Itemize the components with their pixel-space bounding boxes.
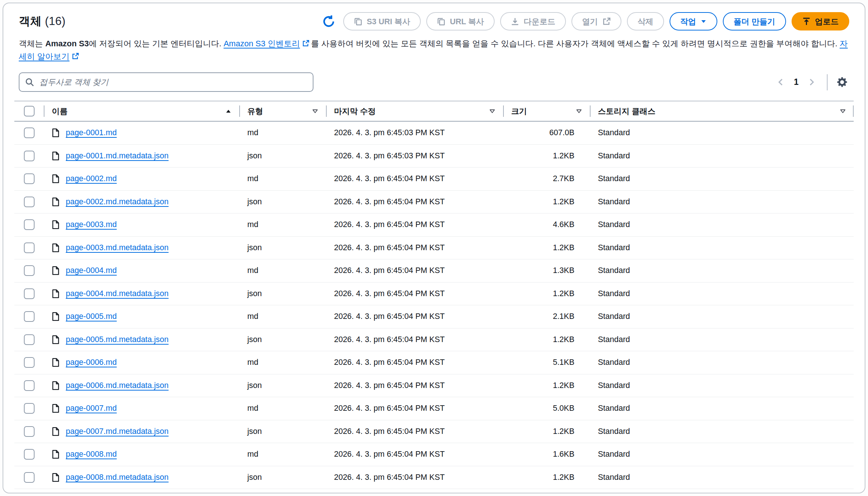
row-checkbox[interactable] [24, 403, 35, 414]
row-checkbox[interactable] [24, 219, 35, 230]
name-cell: page-0004.md [44, 265, 239, 276]
row-checkbox[interactable] [24, 426, 35, 437]
storage-class-cell: Standard [590, 289, 854, 298]
object-name-link[interactable]: page-0008.md [66, 450, 117, 459]
sort-icon[interactable] [312, 108, 319, 115]
preferences-button[interactable] [835, 75, 849, 89]
object-name-link[interactable]: page-0007.md.metadata.json [66, 427, 169, 436]
table-row: page-0007.mdmd2026. 4. 3. pm 6:45:04 PM … [14, 397, 854, 420]
download-icon [511, 17, 519, 26]
file-icon [51, 403, 60, 414]
object-name-link[interactable]: page-0001.md [66, 128, 117, 137]
object-name-link[interactable]: page-0003.md [66, 220, 117, 229]
sort-icon[interactable] [839, 108, 846, 115]
object-name-link[interactable]: page-0008.md.metadata.json [66, 473, 169, 482]
current-page-number[interactable]: 1 [787, 77, 805, 87]
search-input[interactable] [19, 72, 313, 92]
sort-icon[interactable] [489, 108, 496, 115]
column-header-storage[interactable]: 스토리지 클래스 [590, 101, 854, 121]
copy-s3-uri-button[interactable]: S3 URI 복사 [343, 12, 421, 30]
type-cell: json [239, 335, 326, 344]
object-name-link[interactable]: page-0001.md.metadata.json [66, 151, 169, 161]
table-row: page-0003.md.metadata.jsonjson2026. 4. 3… [14, 237, 854, 260]
row-checkbox[interactable] [24, 197, 35, 207]
row-checkbox[interactable] [24, 288, 35, 299]
row-checkbox-cell [14, 426, 44, 437]
s3-inventory-link[interactable]: Amazon S3 인벤토리 [223, 39, 300, 48]
actions-button[interactable]: 작업 [670, 12, 717, 30]
storage-class-cell: Standard [590, 404, 854, 413]
column-header-modified[interactable]: 마지막 수정 [326, 101, 503, 121]
row-checkbox[interactable] [24, 449, 35, 460]
copy-url-button[interactable]: URL 복사 [426, 12, 495, 30]
file-icon [51, 426, 60, 437]
name-cell: page-0006.md [44, 357, 239, 368]
object-name-link[interactable]: page-0002.md.metadata.json [66, 197, 169, 206]
table-row: page-0002.mdmd2026. 4. 3. pm 6:45:04 PM … [14, 168, 854, 191]
column-header-name[interactable]: 이름 [44, 101, 239, 121]
row-checkbox[interactable] [24, 151, 35, 161]
object-name-link[interactable]: page-0006.md.metadata.json [66, 381, 169, 390]
name-cell: page-0004.md.metadata.json [44, 288, 239, 299]
type-cell: json [239, 427, 326, 436]
type-cell: json [239, 289, 326, 298]
column-header-size[interactable]: 크기 [503, 101, 590, 121]
row-checkbox[interactable] [24, 173, 35, 184]
row-checkbox[interactable] [24, 242, 35, 253]
name-cell: page-0001.md [44, 127, 239, 138]
row-checkbox[interactable] [24, 357, 35, 368]
type-cell: md [239, 220, 326, 229]
row-checkbox[interactable] [24, 380, 35, 391]
size-cell: 1.2KB [503, 243, 590, 252]
row-checkbox-cell [14, 288, 44, 299]
button-label: 업로드 [815, 16, 839, 27]
column-header-type[interactable]: 유형 [239, 101, 326, 121]
sort-icon[interactable] [575, 108, 582, 115]
storage-class-cell: Standard [590, 243, 854, 252]
upload-button[interactable]: 업로드 [792, 12, 850, 30]
delete-button[interactable]: 삭제 [627, 12, 664, 30]
sort-ascending-icon[interactable] [225, 108, 232, 115]
column-label: 크기 [511, 106, 527, 116]
download-button[interactable]: 다운로드 [500, 12, 566, 30]
size-cell: 1.2KB [503, 427, 590, 436]
row-checkbox-cell [14, 242, 44, 253]
storage-class-cell: Standard [590, 128, 854, 137]
row-checkbox[interactable] [24, 127, 35, 138]
row-checkbox-cell [14, 311, 44, 322]
learn-more-link[interactable]: 자세히 알아보기 [19, 39, 848, 61]
modified-cell: 2026. 4. 3. pm 6:45:04 PM KST [326, 243, 503, 252]
row-checkbox[interactable] [24, 334, 35, 345]
button-label: 열기 [582, 16, 598, 27]
object-name-link[interactable]: page-0004.md [66, 266, 117, 275]
row-checkbox-cell [14, 173, 44, 184]
storage-class-cell: Standard [590, 381, 854, 390]
object-name-link[interactable]: page-0005.md [66, 312, 117, 321]
object-name-link[interactable]: page-0003.md.metadata.json [66, 243, 169, 252]
name-cell: page-0003.md.metadata.json [44, 242, 239, 253]
object-name-link[interactable]: page-0005.md.metadata.json [66, 335, 169, 344]
row-checkbox[interactable] [24, 472, 35, 483]
refresh-icon [322, 15, 336, 28]
storage-class-cell: Standard [590, 427, 854, 436]
select-all-checkbox[interactable] [24, 106, 35, 116]
object-name-link[interactable]: page-0004.md.metadata.json [66, 289, 169, 298]
create-folder-button[interactable]: 폴더 만들기 [723, 12, 786, 30]
object-name-link[interactable]: page-0007.md [66, 404, 117, 413]
row-checkbox-cell [14, 265, 44, 276]
open-button[interactable]: 열기 [571, 12, 621, 30]
external-link-icon [602, 17, 611, 26]
previous-page-button[interactable] [774, 76, 787, 89]
file-icon [51, 449, 60, 460]
object-name-link[interactable]: page-0002.md [66, 174, 117, 183]
refresh-button[interactable] [320, 12, 338, 30]
controls-row: 1 [19, 72, 849, 92]
file-icon [51, 357, 60, 368]
next-page-button[interactable] [805, 76, 818, 89]
row-checkbox[interactable] [24, 311, 35, 322]
toolbar: S3 URI 복사URL 복사다운로드열기삭제작업폴더 만들기업로드 [320, 12, 849, 30]
name-cell: page-0008.md [44, 449, 239, 460]
size-cell: 5.1KB [503, 358, 590, 367]
row-checkbox[interactable] [24, 265, 35, 276]
object-name-link[interactable]: page-0006.md [66, 358, 117, 367]
